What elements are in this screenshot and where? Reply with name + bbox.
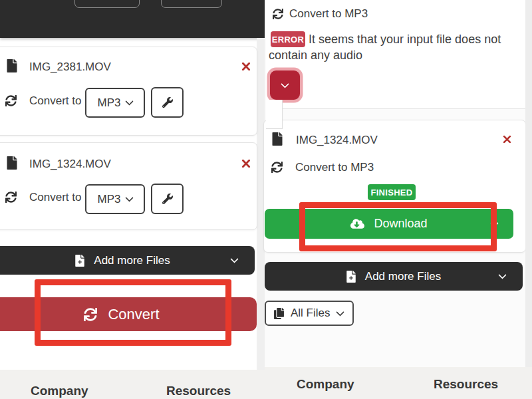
- format-select-value: MP3: [98, 96, 121, 110]
- options-wrench-button[interactable]: [151, 184, 184, 214]
- add-more-files-button[interactable]: Add more Files: [0, 246, 255, 275]
- error-job-section: Convert to MP3 ERROR It seems that your …: [266, 0, 525, 109]
- download-button[interactable]: Download: [265, 209, 513, 239]
- finished-badge: FINISHED: [368, 184, 416, 200]
- file-card-img-2381: IMG_2381.MOV Convert to MP3: [0, 47, 257, 136]
- chevron-down-icon: [126, 97, 134, 106]
- remove-file-icon[interactable]: [241, 61, 251, 72]
- remove-file-icon[interactable]: [502, 134, 513, 145]
- download-dropdown-chevron-icon[interactable]: [490, 219, 499, 227]
- chevron-down-icon: [126, 194, 134, 202]
- convert-to-label: Convert to MP3: [295, 161, 374, 174]
- file-name: IMG_1324.MOV: [29, 158, 111, 171]
- chevron-down-icon: [281, 80, 289, 88]
- right-footer: Company Resources: [265, 367, 532, 399]
- file-card-img-1324: IMG_1324.MOV Convert to MP3: [0, 142, 257, 230]
- file-icon: [272, 132, 283, 146]
- add-file-icon: [346, 271, 356, 283]
- options-wrench-button[interactable]: [151, 87, 184, 118]
- convert-to-label: Convert to: [29, 94, 81, 108]
- file-name: IMG_1324.MOV: [296, 134, 378, 147]
- files-copy-icon: [274, 308, 284, 319]
- refresh-icon: [5, 192, 17, 203]
- error-message-line2: contain any audio: [269, 49, 362, 63]
- refresh-icon: [271, 162, 283, 173]
- refresh-icon: [5, 95, 17, 106]
- file-icon: [7, 59, 17, 72]
- error-actions-dropdown-button[interactable]: [270, 70, 300, 100]
- chevron-down-icon: [230, 255, 239, 263]
- screenshot-canvas: IMG_2381.MOV Convert to MP3 IMG_1324.MOV: [0, 0, 532, 399]
- add-more-files-label: Add more Files: [365, 270, 441, 283]
- cloud-download-icon: [350, 218, 364, 229]
- add-file-icon: [75, 255, 84, 267]
- error-message-line1: It seems that your input file does not: [309, 33, 501, 47]
- footer-company-heading: Company: [31, 384, 88, 398]
- footer-company-heading: Company: [297, 377, 354, 392]
- left-top-bar: [0, 0, 265, 38]
- all-files-button[interactable]: All Files: [265, 301, 354, 326]
- convert-to-label: Convert to MP3: [289, 7, 368, 21]
- chevron-down-icon: [336, 308, 344, 317]
- file-icon: [7, 156, 17, 170]
- left-screenshot: IMG_2381.MOV Convert to MP3 IMG_1324.MOV: [0, 0, 265, 399]
- convert-button-label: Convert: [108, 306, 159, 323]
- format-select[interactable]: MP3: [85, 88, 145, 118]
- format-select[interactable]: MP3: [85, 184, 145, 214]
- add-more-files-button[interactable]: Add more Files: [265, 262, 523, 291]
- file-name: IMG_2381.MOV: [29, 61, 111, 74]
- download-button-label: Download: [374, 217, 427, 231]
- add-more-files-label: Add more Files: [94, 254, 170, 267]
- refresh-icon: [273, 9, 283, 19]
- convert-button[interactable]: Convert: [0, 297, 257, 331]
- chevron-down-icon: [498, 271, 507, 279]
- footer-resources-heading: Resources: [166, 384, 231, 398]
- header-ghost-button-2[interactable]: [161, 0, 222, 8]
- open-dropdown-stub[interactable]: [266, 100, 283, 129]
- convert-to-label: Convert to: [29, 191, 81, 204]
- right-screenshot: Convert to MP3 ERROR It seems that your …: [265, 0, 532, 399]
- left-footer: Company Resources: [0, 370, 265, 399]
- footer-resources-heading: Resources: [434, 377, 498, 392]
- header-ghost-button-1[interactable]: [74, 0, 140, 8]
- error-badge: ERROR: [271, 31, 305, 47]
- remove-file-icon[interactable]: [241, 158, 251, 169]
- refresh-icon: [84, 308, 97, 321]
- all-files-label: All Files: [291, 307, 331, 320]
- right-edge-strip: [525, 0, 532, 367]
- format-select-value: MP3: [98, 193, 121, 206]
